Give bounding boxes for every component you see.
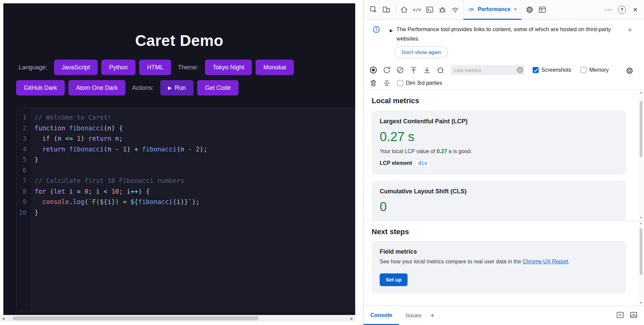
editor-gutter: 12345678910 xyxy=(16,108,31,311)
field-metrics-title: Field metrics xyxy=(380,248,618,255)
device-toolbar-icon[interactable] xyxy=(380,2,392,17)
local-metrics-heading: Local metrics xyxy=(372,96,626,105)
welcome-tab-icon[interactable] xyxy=(398,2,410,17)
lcp-value: 0.27 s xyxy=(380,130,618,144)
elements-tab-icon[interactable]: </> xyxy=(411,2,423,17)
dim-checkbox-label: Dim 3rd parties xyxy=(406,80,442,86)
dock-drawer-icon[interactable] xyxy=(616,311,625,321)
infobar-message: The Performance tool provides links to c… xyxy=(396,24,620,43)
language-python-button[interactable]: Python xyxy=(101,60,136,75)
next-steps-scrollbar-thumb[interactable] xyxy=(640,228,642,275)
help-icon[interactable]: ? xyxy=(616,2,628,17)
language-html-button[interactable]: HTML xyxy=(139,60,171,75)
run-button-label: Run xyxy=(175,84,186,91)
collapse-icon[interactable] xyxy=(381,77,392,89)
live-metrics-home-icon[interactable] xyxy=(435,64,446,76)
memory-checkbox-group[interactable]: Memory xyxy=(581,67,609,73)
devtools-drawer: Console Issues + xyxy=(364,306,644,325)
application-tab-icon[interactable] xyxy=(536,2,548,17)
performance-tab-close-icon[interactable]: × xyxy=(514,6,517,13)
lcp-inline-value: 0.27 s xyxy=(437,148,451,154)
memory-checkbox[interactable] xyxy=(581,67,587,73)
live-metrics-dropdown[interactable]: Live metrics ▾ xyxy=(451,65,525,75)
scrollbar-up-arrow[interactable]: ▲ xyxy=(638,90,644,95)
play-icon: ▶ xyxy=(168,85,172,90)
scroll-right-arrow[interactable]: ▶ xyxy=(348,315,355,322)
local-metrics-scrollbar[interactable]: ▲ ▼ xyxy=(638,90,644,220)
memory-checkbox-label: Memory xyxy=(589,67,609,73)
save-profile-icon[interactable] xyxy=(421,64,433,76)
record-button[interactable] xyxy=(368,64,379,76)
dim-3rd-parties-checkbox-group[interactable]: Dim 3rd parties xyxy=(397,80,442,86)
drawer-add-tab-icon[interactable]: + xyxy=(430,311,435,320)
load-profile-icon[interactable] xyxy=(408,64,419,76)
language-theme-row: Language: JavaScript Python HTML Theme: … xyxy=(19,60,294,75)
themes-actions-row: GitHub Dark Atom One Dark Actions: ▶ Run… xyxy=(16,80,238,95)
scrollbar-down-arrow[interactable]: ▼ xyxy=(638,215,644,220)
scrollbar-up-arrow[interactable]: ▲ xyxy=(638,221,644,225)
drawer-right-icons xyxy=(616,311,638,321)
run-button[interactable]: ▶ Run xyxy=(160,80,194,95)
lcp-description: Your local LCP value of 0.27 s is good. xyxy=(380,148,618,154)
expand-drawer-icon[interactable] xyxy=(629,311,638,321)
settings-gear-icon[interactable] xyxy=(524,2,536,17)
browser-viewport: Caret Demo Language: JavaScript Python H… xyxy=(0,0,364,325)
get-code-button[interactable]: Get Code xyxy=(197,80,238,95)
caret-demo-page: Caret Demo Language: JavaScript Python H… xyxy=(3,3,355,315)
more-options-icon[interactable]: ⋯ xyxy=(602,2,614,17)
theme-github-dark-button[interactable]: GitHub Dark xyxy=(16,80,65,95)
performance-controls: Live metrics ▾ Screenshots Memory xyxy=(364,62,644,90)
scroll-left-arrow[interactable]: ◀ xyxy=(0,315,7,322)
clear-icon[interactable] xyxy=(394,64,406,76)
next-steps-section: Next steps Field metrics See how your lo… xyxy=(364,220,644,306)
drawer-tab-console[interactable]: Console xyxy=(364,306,399,325)
close-devtools-icon[interactable]: × xyxy=(629,2,641,17)
page-title: Caret Demo xyxy=(3,31,355,50)
lcp-card-title: Largest Contentful Paint (LCP) xyxy=(380,118,618,125)
devtools-toolbar: </> Performance × ⋯ xyxy=(364,0,644,20)
theme-label: Theme: xyxy=(178,64,198,71)
controls-row-1: Live metrics ▾ Screenshots Memory xyxy=(368,63,609,77)
tab-performance[interactable]: Performance × xyxy=(463,0,522,20)
theme-monokai-button[interactable]: Monokai xyxy=(256,60,294,75)
disclosure-triangle-icon[interactable]: ▶ xyxy=(390,28,393,33)
toolbar-divider xyxy=(395,5,395,14)
local-metrics-section: Local metrics Largest Contentful Paint (… xyxy=(364,90,644,220)
capture-settings-gear-icon[interactable] xyxy=(624,65,635,76)
controls-row-2: Dim 3rd parties xyxy=(368,77,442,89)
cls-value: 0 xyxy=(380,200,618,214)
local-metrics-scrollbar-thumb[interactable] xyxy=(640,101,642,157)
language-label: Language: xyxy=(19,64,47,71)
dropdown-arrow-icon: ▾ xyxy=(517,67,523,73)
screenshots-checkbox-label: Screenshots xyxy=(541,67,571,73)
inspect-element-icon[interactable] xyxy=(368,2,380,17)
set-up-button[interactable]: Set up xyxy=(380,273,408,286)
performance-infobar: ▶ The Performance tool provides links to… xyxy=(364,20,644,62)
screenshots-checkbox[interactable] xyxy=(533,67,539,73)
dim-checkbox[interactable] xyxy=(397,80,403,86)
theme-tokyo-night-button[interactable]: Tokyo Night xyxy=(205,60,252,75)
code-lines[interactable]: // Welcome to Caret!function fibonacci(n… xyxy=(31,108,355,311)
dont-show-again-button[interactable]: Don't show again xyxy=(395,46,448,58)
delete-recording-trash-icon[interactable] xyxy=(368,77,379,89)
infobar-close-icon[interactable]: × xyxy=(628,26,632,34)
lcp-card: Largest Contentful Paint (LCP) 0.27 s Yo… xyxy=(372,111,626,175)
screenshots-checkbox-group[interactable]: Screenshots xyxy=(533,67,571,73)
network-tab-icon[interactable] xyxy=(449,2,461,17)
code-editor[interactable]: 12345678910 // Welcome to Caret!function… xyxy=(16,108,355,312)
theme-atom-one-dark-button[interactable]: Atom One Dark xyxy=(68,80,125,95)
scrollbar-down-arrow[interactable]: ▼ xyxy=(638,301,644,305)
debugger-tab-icon[interactable] xyxy=(436,2,448,17)
performance-tab-label: Performance xyxy=(478,6,511,12)
next-steps-scrollbar[interactable]: ▲ ▼ xyxy=(638,221,644,305)
horizontal-scrollbar[interactable]: ◀ ▶ xyxy=(0,315,355,322)
console-tab-icon[interactable] xyxy=(424,2,436,17)
screen: Caret Demo Language: JavaScript Python H… xyxy=(0,0,644,325)
reload-and-record-icon[interactable] xyxy=(381,64,392,76)
drawer-tab-issues[interactable]: Issues xyxy=(399,306,428,325)
chrome-ux-report-link[interactable]: Chrome UX Report xyxy=(523,259,568,264)
horizontal-scrollbar-thumb[interactable] xyxy=(12,316,259,320)
language-javascript-button[interactable]: JavaScript xyxy=(54,60,98,75)
devtools-panel: </> Performance × ⋯ xyxy=(364,0,644,325)
lcp-element-link[interactable]: div xyxy=(416,159,430,167)
